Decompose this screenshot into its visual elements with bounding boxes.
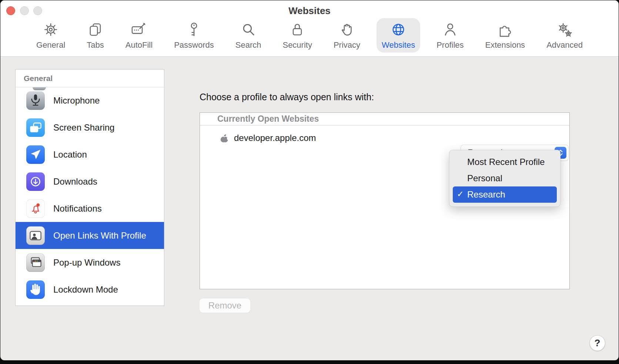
tab-extensions[interactable]: Extensions: [480, 18, 531, 53]
tab-label: Security: [282, 40, 312, 50]
sidebar-item-screen-sharing[interactable]: Screen Sharing: [16, 114, 164, 141]
panel-header-title: Currently Open Websites: [217, 114, 319, 124]
location-arrow-icon: [26, 145, 45, 164]
sidebar-item-label: Notifications: [53, 203, 102, 214]
tab-label: Privacy: [334, 40, 360, 50]
menu-item-personal[interactable]: Personal: [453, 170, 557, 186]
tab-profiles[interactable]: Profiles: [431, 18, 469, 53]
sidebar-item-lockdown-mode[interactable]: Lockdown Mode: [16, 276, 164, 303]
panel-header: Currently Open Websites: [200, 113, 569, 125]
checkmark-icon: ✓: [457, 189, 464, 199]
sidebar-item-label: Microphone: [53, 95, 100, 106]
menu-item-research[interactable]: ✓ Research: [453, 186, 557, 203]
puzzle-icon: [497, 21, 513, 38]
sidebar-item-label: Open Links With Profile: [53, 230, 146, 241]
gear-icon: [43, 21, 59, 38]
sidebar-section-header: General: [16, 70, 164, 87]
tab-tabs[interactable]: Tabs: [81, 18, 109, 53]
menu-item-label: Research: [467, 189, 505, 200]
menu-item-label: Personal: [467, 173, 502, 183]
tab-label: Extensions: [485, 40, 525, 50]
sidebar-item-label: Lockdown Mode: [53, 284, 118, 295]
apple-logo-icon: [220, 134, 229, 144]
websites-sidebar: General Microphone: [15, 69, 164, 306]
popup-windows-icon: [26, 253, 45, 272]
sidebar-list: Microphone Screen Sharing Location: [16, 87, 164, 303]
tab-advanced[interactable]: Advanced: [541, 18, 588, 53]
magnifier-icon: [240, 21, 257, 38]
screen-sharing-icon: [26, 118, 45, 137]
sidebar-item-label: Downloads: [53, 176, 97, 187]
tab-privacy[interactable]: Privacy: [328, 18, 365, 53]
toolbar-tabs: General Tabs: [31, 18, 588, 53]
website-domain: developer.apple.com: [234, 133, 316, 143]
tab-label: Profiles: [436, 40, 464, 50]
tab-security[interactable]: Security: [277, 18, 317, 53]
sidebar-item-label: Location: [53, 149, 87, 160]
tab-websites[interactable]: Websites: [377, 18, 420, 53]
menu-item-most-recent-profile[interactable]: Most Recent Profile: [453, 154, 557, 170]
tab-label: Tabs: [87, 40, 104, 50]
tab-label: Advanced: [546, 40, 583, 50]
tab-label: Passwords: [174, 40, 214, 50]
tab-label: Search: [235, 40, 261, 50]
person-icon: [442, 21, 458, 38]
profile-dropdown-menu: Most Recent Profile Personal ✓ Research: [449, 150, 561, 207]
key-icon: [186, 21, 202, 38]
safari-settings-window: Websites: [0, 0, 619, 360]
sidebar-section-title: General: [24, 74, 53, 83]
hand-icon: [339, 21, 355, 38]
sidebar-item-microphone[interactable]: Microphone: [16, 87, 164, 114]
tab-autofill[interactable]: AutoFill: [120, 18, 158, 53]
tab-label: Websites: [382, 40, 415, 50]
help-icon: ?: [595, 337, 600, 349]
tab-label: AutoFill: [126, 40, 153, 50]
microphone-icon: [26, 91, 45, 110]
sidebar-item-label: Pop-up Windows: [53, 257, 120, 268]
raised-hand-icon: [26, 280, 45, 299]
remove-button[interactable]: Remove: [200, 299, 250, 313]
help-button[interactable]: ?: [590, 336, 605, 351]
remove-button-label: Remove: [208, 300, 241, 311]
settings-toolbar: Websites: [0, 0, 619, 57]
globe-icon: [390, 21, 406, 38]
window-title: Websites: [0, 5, 619, 17]
website-row[interactable]: developer.apple.com Research: [200, 125, 569, 152]
profile-photo-icon: [26, 226, 45, 245]
lock-icon: [289, 21, 305, 38]
tab-search[interactable]: Search: [230, 18, 267, 53]
page-heading: Choose a profile to always open links wi…: [200, 92, 374, 102]
tab-passwords[interactable]: Passwords: [169, 18, 219, 53]
tabs-icon: [87, 21, 104, 38]
sidebar-item-popup-windows[interactable]: Pop-up Windows: [16, 249, 164, 276]
download-circle-icon: [26, 172, 45, 191]
tab-label: General: [36, 40, 65, 50]
sidebar-item-downloads[interactable]: Downloads: [16, 168, 164, 195]
screen: Websites: [0, 0, 619, 364]
gears-icon: [556, 21, 573, 38]
menu-item-label: Most Recent Profile: [467, 157, 545, 167]
tab-general[interactable]: General: [31, 18, 70, 53]
sidebar-item-location[interactable]: Location: [16, 141, 164, 168]
sidebar-item-notifications[interactable]: Notifications: [16, 195, 164, 222]
autofill-icon: [131, 21, 147, 38]
sidebar-item-open-links-with-profile[interactable]: Open Links With Profile: [16, 222, 164, 249]
sidebar-item-label: Screen Sharing: [53, 122, 114, 133]
bell-icon: [26, 199, 45, 218]
